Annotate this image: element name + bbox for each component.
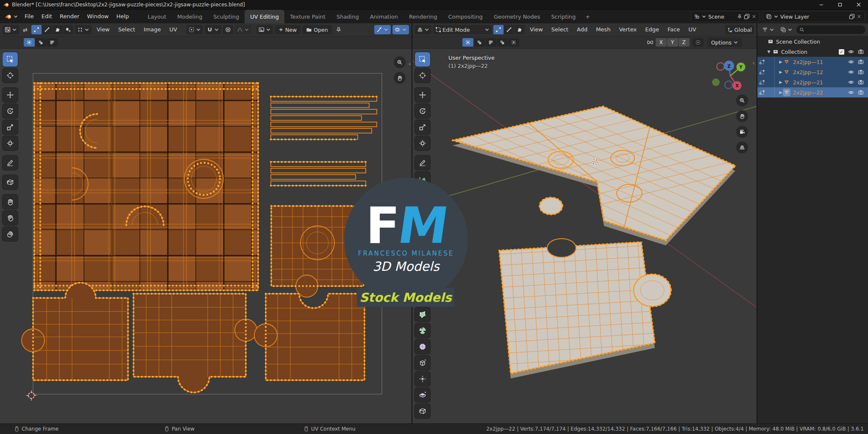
outliner-display-mode-button[interactable] [778, 25, 795, 34]
view-layer-selector[interactable]: View Layer [763, 11, 865, 22]
uv-menu-image[interactable]: Image [140, 23, 164, 36]
eye-icon[interactable] [848, 69, 854, 75]
close-icon[interactable] [751, 14, 757, 19]
mirror-y-button[interactable]: Y [667, 38, 678, 47]
uv-overlays-button[interactable] [392, 25, 409, 34]
uv-tool-transform[interactable] [3, 136, 18, 150]
copy-icon[interactable] [744, 14, 750, 19]
vp-tool-inset[interactable] [415, 388, 430, 402]
uv-menu-view[interactable]: View [93, 23, 113, 36]
minimize-button[interactable] [812, 0, 831, 9]
tab-compositing[interactable]: Compositing [442, 10, 488, 23]
camera-icon[interactable] [858, 89, 864, 95]
uv-tool-rotate[interactable] [3, 104, 18, 118]
uv-sync-selection-toggle[interactable]: ⇄ [21, 25, 30, 34]
object-row-2x2jpp-22-active[interactable]: ▶ 2x2jpp—22 [757, 87, 868, 97]
options-dropdown[interactable]: Options [707, 38, 742, 47]
uv-sidebar-collapse-arrow[interactable]: ‹ [409, 61, 411, 67]
menu-file[interactable]: File [21, 10, 38, 23]
scene-selector[interactable]: Scene [691, 11, 760, 22]
uv-image-browse-button[interactable] [256, 25, 273, 34]
blender-menu-button[interactable] [3, 12, 21, 21]
camera-icon[interactable] [858, 59, 864, 65]
navigation-axis-gizmo[interactable]: Z Y X [710, 56, 751, 96]
select-mode-invert-button[interactable] [497, 38, 508, 47]
collapse-arrow-icon[interactable]: ▼ [767, 50, 771, 54]
expand-arrow-icon[interactable]: ▶ [779, 90, 783, 95]
menu-edit[interactable]: Edit [38, 10, 56, 23]
pin-icon[interactable] [737, 14, 742, 19]
mirror-x-button[interactable]: X [656, 38, 667, 47]
editor-type-button[interactable] [3, 25, 19, 34]
menu-help[interactable]: Help [113, 10, 133, 23]
tab-scripting[interactable]: Scripting [546, 10, 581, 23]
maximize-button[interactable] [831, 0, 849, 9]
vertex-mode-button[interactable] [493, 25, 504, 34]
uv-pivot-button[interactable] [186, 25, 203, 34]
uv-select-face-button[interactable] [53, 25, 63, 34]
eye-icon[interactable] [848, 89, 854, 95]
vp-menu-uv[interactable]: UV [685, 23, 699, 36]
vp-tool-scale[interactable] [415, 120, 430, 134]
orthographic-grid-icon[interactable] [736, 142, 748, 153]
uv-gizmos-button[interactable] [374, 25, 391, 34]
vp-menu-select[interactable]: Select [548, 23, 572, 36]
vp-tool-rip-region[interactable] [415, 404, 430, 418]
menu-render[interactable]: Render [56, 10, 83, 23]
uv-menu-select[interactable]: Select [115, 23, 139, 36]
eye-icon[interactable] [848, 59, 854, 65]
eye-icon[interactable] [848, 49, 854, 55]
object-row-2x2jpp-11[interactable]: ▶ 2x2jpp—11 [757, 57, 868, 67]
uv-tool-grab[interactable] [3, 195, 18, 209]
copy-icon[interactable] [849, 14, 855, 19]
outliner-search-input[interactable] [796, 25, 865, 34]
editor-type-button[interactable] [415, 25, 431, 34]
tab-texture-paint[interactable]: Texture Paint [284, 10, 331, 23]
menu-window[interactable]: Window [83, 10, 112, 23]
uv-select-island-button[interactable] [63, 25, 73, 34]
select-mode-extend-button[interactable] [35, 38, 46, 47]
select-mode-intersect-button[interactable] [508, 38, 519, 47]
vp-tool-poly-build[interactable] [415, 307, 430, 322]
select-mode-new-button[interactable] [24, 38, 35, 47]
tab-animation[interactable]: Animation [364, 10, 403, 23]
face-mode-button[interactable] [515, 25, 525, 34]
vp-tool-select-box[interactable] [415, 52, 430, 67]
object-row-2x2jpp-21[interactable]: ▶ 2x2jpp—21 [757, 77, 868, 87]
vp-tool-extrude[interactable] [415, 356, 430, 370]
uv-tool-pinch[interactable] [3, 227, 18, 241]
expand-arrow-icon[interactable]: ▶ [779, 70, 783, 74]
vp-tool-spin[interactable] [415, 323, 430, 338]
vp-menu-view[interactable]: View [526, 23, 546, 36]
zoom-icon[interactable] [394, 56, 406, 68]
camera-view-icon[interactable] [736, 126, 748, 138]
uv-tool-cursor[interactable] [3, 68, 18, 83]
pan-hand-icon[interactable] [736, 110, 748, 122]
uv-tool-rip-region[interactable] [3, 175, 18, 189]
uv-sticky-select-button[interactable] [75, 25, 92, 34]
uv-new-image-button[interactable]: New [275, 25, 300, 34]
select-mode-new-button[interactable] [462, 38, 473, 47]
expand-arrow-icon[interactable]: ▶ [779, 80, 783, 84]
vp-menu-mesh[interactable]: Mesh [593, 23, 614, 36]
expand-arrow-icon[interactable]: ▶ [779, 60, 783, 64]
add-workspace-button[interactable]: + [581, 10, 594, 23]
zoom-icon[interactable] [736, 95, 748, 106]
vp-menu-vertex[interactable]: Vertex [615, 23, 640, 36]
uv-menu-uv[interactable]: UV [166, 23, 181, 36]
tab-layout[interactable]: Layout [142, 10, 172, 23]
uv-pin-button[interactable] [334, 25, 344, 34]
tab-uv-editing[interactable]: UV Editing [245, 10, 284, 23]
eye-icon[interactable] [848, 79, 854, 85]
transform-orientation-dropdown[interactable]: Global [725, 25, 754, 34]
camera-icon[interactable] [858, 49, 864, 55]
uv-tool-annotate[interactable] [3, 156, 18, 170]
vp-tool-smooth[interactable] [415, 339, 430, 354]
uv-tool-relax[interactable] [3, 211, 18, 225]
select-mode-extend-button[interactable] [474, 38, 485, 47]
uv-tool-move[interactable] [3, 88, 18, 102]
pan-hand-icon[interactable] [394, 72, 406, 84]
mirror-z-button[interactable]: Z [679, 38, 690, 47]
collection-row[interactable]: ▼ Collection ✓ [757, 47, 868, 57]
camera-icon[interactable] [858, 69, 864, 75]
